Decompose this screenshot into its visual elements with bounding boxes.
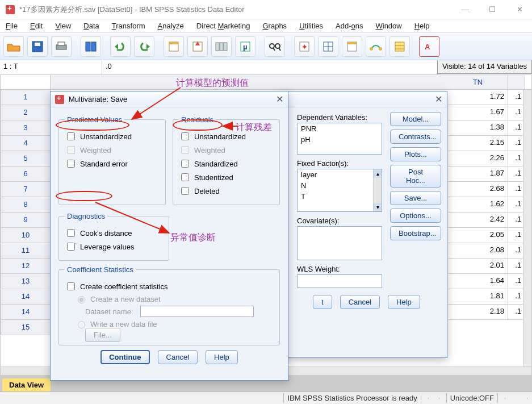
abc-icon[interactable]: A — [419, 36, 439, 57]
menu-window[interactable]: Window — [375, 22, 401, 30]
goto-var-icon[interactable] — [187, 36, 208, 57]
data-cell[interactable]: 1.62 — [448, 197, 508, 213]
dependent-list[interactable]: PNR pH — [297, 123, 382, 155]
list-item[interactable]: N — [298, 180, 382, 191]
options-button[interactable]: Options... — [390, 209, 441, 223]
row-header[interactable]: 15 — [1, 320, 51, 335]
help-button[interactable]: Help — [206, 350, 238, 364]
cell-ref-value[interactable]: .0 Visible: 14 of 14 Variables — [102, 60, 532, 74]
data-cell[interactable]: 2.01 — [448, 259, 508, 274]
goto-case-icon[interactable] — [164, 36, 184, 57]
wls-field[interactable] — [297, 274, 382, 288]
chk-create-coef[interactable]: Create coefficient statistics — [65, 281, 274, 292]
menu-data[interactable]: Data — [83, 22, 99, 30]
list-item[interactable]: layer — [298, 169, 382, 180]
open-icon[interactable] — [3, 36, 24, 57]
row-header[interactable]: 5 — [1, 151, 51, 166]
menu-view[interactable]: View — [55, 22, 71, 30]
close-icon[interactable]: ✕ — [435, 94, 442, 105]
save-icon[interactable] — [27, 36, 48, 57]
continue-button[interactable]: Continue — [100, 350, 149, 364]
chk-res-std[interactable]: Standardized — [179, 158, 274, 169]
close-button[interactable]: ✕ — [513, 5, 526, 14]
menu-edit[interactable]: Edit — [30, 22, 43, 30]
tab-data-view[interactable]: Data View — [2, 378, 51, 391]
data-cell[interactable]: 1.67 — [448, 105, 508, 120]
contrasts-button[interactable]: Contrasts... — [390, 130, 441, 144]
value-labels-icon[interactable] — [389, 36, 410, 57]
list-item[interactable]: T — [298, 191, 382, 202]
menu-help[interactable]: Help — [414, 22, 430, 30]
reset-button[interactable]: t — [313, 295, 332, 309]
menu-utilities[interactable]: Utilities — [299, 22, 323, 30]
row-header[interactable]: 14 — [1, 289, 51, 305]
row-header[interactable]: 6 — [1, 166, 51, 182]
column-header[interactable]: TN — [448, 75, 508, 89]
row-header[interactable]: 8 — [1, 197, 51, 213]
undo-icon[interactable] — [110, 36, 131, 57]
data-cell[interactable]: 2.18 — [448, 305, 508, 320]
help-button[interactable]: Help — [388, 295, 420, 309]
row-header[interactable]: 10 — [1, 228, 51, 243]
chk-pred-unstd[interactable]: Unstandardized — [65, 131, 160, 142]
bootstrap-button[interactable]: Bootstrap... — [390, 226, 441, 240]
list-item[interactable]: pH — [298, 134, 382, 145]
cancel-button[interactable]: Cancel — [340, 295, 380, 309]
chk-res-stud[interactable]: Studentized — [179, 172, 274, 183]
minimize-button[interactable]: — — [458, 5, 472, 14]
model-button[interactable]: Model... — [390, 112, 441, 126]
vertical-scrollbar[interactable] — [523, 90, 531, 366]
menu-analyze[interactable]: Analyze — [158, 22, 184, 30]
save-button[interactable]: Save... — [390, 191, 441, 205]
row-header[interactable]: 3 — [1, 120, 51, 136]
menu-file[interactable]: FFileile — [6, 22, 18, 30]
split-icon[interactable] — [318, 36, 338, 57]
posthoc-button[interactable]: Post Hoc... — [390, 165, 441, 188]
print-icon[interactable] — [51, 36, 72, 57]
insert-case-icon[interactable]: ✦ — [294, 36, 315, 57]
row-header[interactable]: 13 — [1, 274, 51, 289]
row-header[interactable]: 9 — [1, 213, 51, 228]
data-cell[interactable]: 2.68 — [448, 182, 508, 197]
data-cell[interactable]: 1.64 — [448, 274, 508, 289]
redo-icon[interactable] — [134, 36, 154, 57]
plots-button[interactable]: Plots... — [390, 147, 441, 161]
menu-direct-marketing[interactable]: Direct Marketing — [196, 22, 250, 30]
row-header[interactable]: 7 — [1, 182, 51, 197]
recall-dialog-icon[interactable] — [81, 36, 101, 57]
chk-pred-se[interactable]: Standard error — [65, 158, 160, 169]
run-icon[interactable]: µ — [235, 36, 255, 57]
chk-leverage[interactable]: Leverage values — [65, 241, 163, 252]
row-header[interactable]: 14 — [1, 305, 51, 320]
data-cell[interactable]: 2.15 — [448, 136, 508, 151]
list-scrollbar[interactable]: ▴▾ — [373, 169, 382, 211]
row-header[interactable]: 12 — [1, 259, 51, 274]
data-cell[interactable]: 1.72 — [448, 90, 508, 105]
data-cell[interactable]: 2.42 — [448, 213, 508, 228]
row-header[interactable]: 4 — [1, 136, 51, 151]
data-cell[interactable]: 2.08 — [448, 243, 508, 259]
menu-addons[interactable]: Add-ons — [336, 22, 363, 30]
covariates-list[interactable] — [297, 226, 382, 260]
data-cell[interactable]: 1.87 — [448, 166, 508, 182]
chk-res-del[interactable]: Deleted — [179, 185, 274, 197]
cancel-button[interactable]: Cancel — [158, 350, 198, 364]
variables-icon[interactable] — [211, 36, 232, 57]
row-header[interactable]: 2 — [1, 105, 51, 120]
menu-transform[interactable]: Transform — [112, 22, 145, 30]
close-icon[interactable]: ✕ — [276, 94, 283, 105]
data-cell[interactable]: 2.05 — [448, 228, 508, 243]
row-header[interactable]: 1 — [1, 90, 51, 105]
row-header[interactable]: 11 — [1, 243, 51, 259]
maximize-button[interactable]: ☐ — [485, 5, 499, 14]
list-item[interactable]: PNR — [298, 123, 382, 134]
weight-icon[interactable] — [342, 36, 362, 57]
chk-cook[interactable]: Cook's distance — [65, 227, 163, 239]
fixed-factors-list[interactable]: layer N T ▴▾ — [297, 169, 382, 212]
data-cell[interactable]: 2.26 — [448, 151, 508, 166]
find-icon[interactable] — [265, 36, 285, 57]
data-cell[interactable]: 1.38 — [448, 120, 508, 136]
menu-graphs[interactable]: Graphs — [262, 22, 287, 30]
select-icon[interactable] — [366, 36, 386, 57]
data-cell[interactable]: 1.81 — [448, 289, 508, 305]
